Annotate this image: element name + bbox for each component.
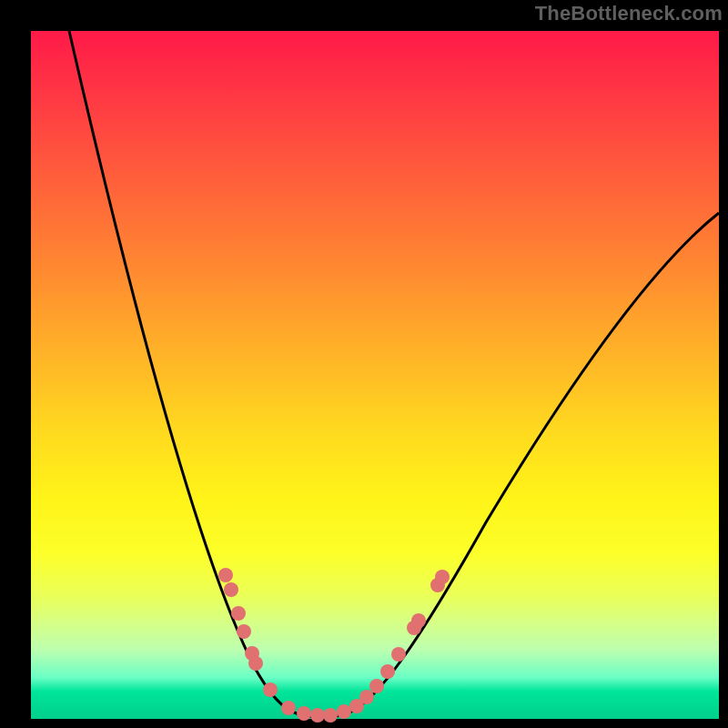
curve-marker xyxy=(248,656,263,671)
curve-marker xyxy=(310,708,325,723)
curve-marker xyxy=(435,570,450,584)
curve-marker xyxy=(337,704,351,719)
watermark-text: TheBottleneck.com xyxy=(535,2,723,25)
curve-marker xyxy=(391,647,406,662)
curve-marker xyxy=(380,664,395,679)
curve-marker xyxy=(231,606,246,621)
bottleneck-curve xyxy=(69,31,719,718)
curve-marker xyxy=(369,679,384,693)
curve-marker xyxy=(297,706,311,721)
curve-marker xyxy=(237,624,251,639)
chart-frame: TheBottleneck.com xyxy=(0,0,728,728)
chart-svg xyxy=(31,31,719,719)
curve-marker xyxy=(281,701,296,715)
curve-marker xyxy=(218,568,233,582)
curve-marker xyxy=(224,582,238,597)
curve-marker xyxy=(263,682,278,697)
curve-marker xyxy=(359,690,374,704)
curve-markers xyxy=(218,568,450,723)
curve-marker xyxy=(411,613,426,628)
curve-marker xyxy=(323,708,338,723)
